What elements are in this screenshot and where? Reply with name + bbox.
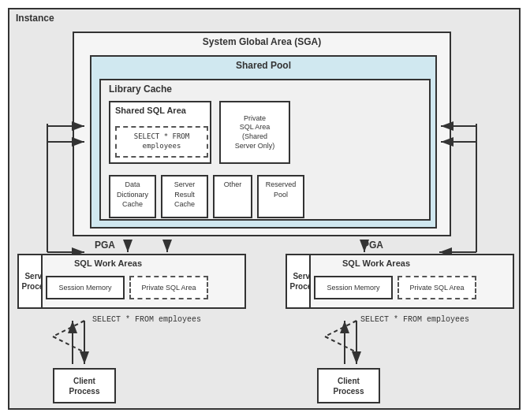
client-process-left: Client Process [53,368,116,403]
pga-left-label: PGA [95,240,115,251]
session-memory-right-box: Session Memory [314,276,393,299]
other-box: Other [213,175,252,218]
client-process-left-label: Client Process [69,376,100,396]
pga-right-sql-work-areas-label: SQL Work Areas [342,258,410,268]
pga-right-box: SQL Work Areas Session Memory Private SQ… [309,254,514,309]
shared-pool-label: Shared Pool [236,60,291,71]
reserved-pool-box: Reserved Pool [257,175,304,218]
private-sql-area-left-box: Private SQL Area [129,276,208,299]
server-result-cache-label: Server Result Cache [174,180,196,208]
shared-sql-area-box: Shared SQL Area SELECT * FROM employees [109,101,211,164]
server-result-cache-box: Server Result Cache [161,175,208,218]
private-sql-area-right-box: Private SQL Area [398,276,476,299]
library-cache-box: Library Cache Shared SQL Area SELECT * F… [99,79,431,221]
reserved-pool-label: Reserved Pool [266,180,297,199]
pga-left-box: SQL Work Areas Session Memory Private SQ… [41,254,246,309]
private-sql-area-box: Private SQL Area (Shared Server Only) [219,101,290,164]
sql-query-left: SELECT * FROM employees [92,315,201,324]
svg-line-20 [325,321,356,336]
svg-line-17 [53,336,84,352]
client-process-right: Client Process [317,368,380,403]
private-sql-area-label: Private SQL Area (Shared Server Only) [235,114,275,151]
instance-container: Instance System Global Area (SGA) Shared… [8,8,521,410]
sga-box: System Global Area (SGA) Shared Pool Lib… [73,32,451,236]
svg-line-21 [325,336,356,352]
sql-query-right: SELECT * FROM employees [360,315,469,324]
pga-right-label: PGA [363,240,383,251]
svg-line-16 [53,321,84,336]
data-dictionary-cache-box: Data Dictionary Cache [109,175,156,218]
data-dictionary-cache-label: Data Dictionary Cache [117,180,148,208]
client-process-right-label: Client Process [334,376,364,396]
sql-text-box: SELECT * FROM employees [115,126,208,158]
sga-label: System Global Area (SGA) [203,36,321,47]
sql-text: SELECT * FROM employees [134,132,189,151]
private-sql-area-left-label: Private SQL Area [141,284,196,292]
pga-left-sql-work-areas-label: SQL Work Areas [74,258,142,268]
shared-sql-area-label: Shared SQL Area [115,106,186,115]
other-label: Other [224,180,242,188]
shared-pool-box: Shared Pool Library Cache Shared SQL Are… [90,55,437,229]
session-memory-left-box: Session Memory [46,276,125,299]
bottom-row-boxes: Data Dictionary Cache Server Result Cach… [109,175,304,218]
session-memory-left-label: Session Memory [58,284,111,292]
library-cache-label: Library Cache [109,84,172,95]
private-sql-area-right-label: Private SQL Area [409,284,464,292]
session-memory-right-label: Session Memory [327,284,379,292]
instance-label: Instance [16,13,54,24]
